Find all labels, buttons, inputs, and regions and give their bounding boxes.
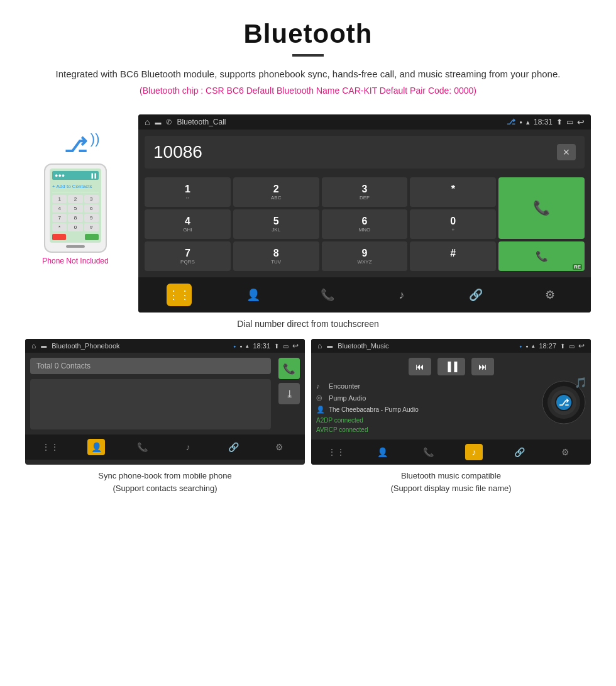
nav-link-icon[interactable]: 🔗	[463, 284, 488, 306]
music-controls: ⏮ ▐▐ ⏭	[316, 358, 586, 375]
phone-key-1: 1	[52, 195, 67, 203]
music-home-icon: ⌂	[317, 341, 322, 350]
phone-call-bar	[52, 234, 99, 240]
dial-key-4[interactable]: 4GHI	[145, 209, 231, 239]
pb-nav-contacts[interactable]: 👤	[87, 439, 105, 455]
dial-key-9[interactable]: 9WXYZ	[322, 241, 408, 271]
page-title: Bluetooth	[25, 19, 591, 49]
dial-key-star[interactable]: *	[410, 177, 496, 207]
dial-key-2[interactable]: 2ABC	[233, 177, 319, 207]
pb-statusbar: ⌂ ▬ Bluetooth_Phonebook ● ● ▴ 18:31 ⬆ ▭ …	[25, 339, 305, 353]
music-track-row: ♪ Encounter	[316, 380, 537, 392]
backspace-button[interactable]: ✕	[557, 144, 576, 160]
music-note-icon: ♪	[316, 382, 325, 390]
phone-key-5: 5	[68, 204, 82, 213]
page-description: Integrated with BC6 Bluetooth module, su…	[25, 67, 591, 82]
dial-redial-button[interactable]: 📞 RE	[498, 241, 585, 271]
phone-home-bar	[66, 245, 85, 248]
dial-call-button[interactable]: 📞	[498, 177, 585, 239]
bluetooth-symbol-icon: ⎇	[64, 134, 87, 157]
music-bottom-bar: ⋮⋮ 👤 📞 ♪ 🔗 ⚙	[311, 440, 591, 465]
main-content: ⎇ )) ●●● ▐▐ + Add to Contacts 1 2 3 4 5 …	[0, 108, 616, 313]
pb-buttons: 📞 ⤓	[278, 358, 300, 429]
dial-key-5[interactable]: 5JKL	[233, 209, 319, 239]
music-play-button[interactable]: ▐▐	[437, 358, 465, 375]
music-panel: ⌂ ▬ Bluetooth_Music ● ● ▴ 18:27 ⬆ ▭ ↩	[311, 339, 591, 499]
title-divider	[292, 54, 324, 57]
pb-call-button[interactable]: 📞	[278, 358, 300, 379]
svg-text:⎇: ⎇	[559, 397, 569, 407]
dial-key-8[interactable]: 8TUV	[233, 241, 319, 271]
music-bt-dot1-icon: ●	[519, 344, 522, 348]
pb-signal-icon: ▴	[246, 343, 249, 349]
music-album-name: Pump Audio	[329, 394, 366, 402]
phone-screen: ●●● ▐▐ + Add to Contacts 1 2 3 4 5 6 7 8…	[50, 169, 101, 243]
dial-key-7[interactable]: 7PQRS	[145, 241, 231, 271]
pb-back-icon: ↩	[292, 341, 299, 350]
phonebook-screen: ⌂ ▬ Bluetooth_Phonebook ● ● ▴ 18:31 ⬆ ▭ …	[25, 339, 305, 465]
pb-expand-icon: ⬆	[274, 343, 279, 350]
music-album-row: ◎ Pump Audio	[316, 392, 537, 404]
music-sim-icon: ▬	[327, 343, 333, 349]
dial-key-1[interactable]: 1◦◦	[145, 177, 231, 207]
pb-nav-music[interactable]: ♪	[179, 439, 197, 455]
page-header: Bluetooth Integrated with BC6 Bluetooth …	[0, 0, 616, 108]
music-a2dp-status: A2DP connected	[316, 416, 537, 425]
phonebook-caption-line1: Sync phone-book from mobile phone	[98, 471, 231, 480]
dial-key-0[interactable]: 0+	[410, 209, 496, 239]
nav-music-icon[interactable]: ♪	[389, 284, 414, 306]
music-screen: ⌂ ▬ Bluetooth_Music ● ● ▴ 18:27 ⬆ ▭ ↩	[311, 339, 591, 465]
music-caption-line2: (Support display music file name)	[390, 484, 511, 493]
pb-home-icon: ⌂	[31, 341, 36, 350]
phone-answer-button	[85, 234, 99, 240]
music-nav-settings[interactable]: ⚙	[557, 444, 575, 460]
phone-mockup: ●●● ▐▐ + Add to Contacts 1 2 3 4 5 6 7 8…	[44, 163, 107, 253]
nav-dialpad-icon[interactable]: ⋮⋮	[167, 284, 192, 306]
pb-nav-link[interactable]: 🔗	[225, 439, 243, 455]
phone-key-star: *	[52, 223, 67, 231]
music-nav-music[interactable]: ♪	[465, 444, 483, 460]
pb-statusbar-title: Bluetooth_Phonebook	[52, 342, 119, 350]
music-back-icon: ↩	[578, 341, 585, 350]
music-nav-call[interactable]: 📞	[419, 444, 437, 460]
pb-nav-call[interactable]: 📞	[133, 439, 151, 455]
music-statusbar-right: ● ● ▴ 18:27 ⬆ ▭ ↩	[519, 341, 585, 350]
dial-key-hash[interactable]: #	[410, 241, 496, 271]
dial-key-3[interactable]: 3DEF	[322, 177, 408, 207]
music-nav-dialpad[interactable]: ⋮⋮	[327, 444, 345, 460]
dial-key-6[interactable]: 6MNO	[322, 209, 408, 239]
pb-statusbar-left: ⌂ ▬ Bluetooth_Phonebook	[31, 341, 120, 350]
dial-input-row: 10086 ✕	[145, 136, 585, 169]
music-nav-contacts[interactable]: 👤	[373, 444, 391, 460]
dial-statusbar-left: ⌂ ▬ ✆ Bluetooth_Call	[145, 117, 226, 127]
statusbar-time: 18:31	[534, 118, 553, 126]
phone-key-hash: #	[84, 223, 99, 231]
dial-statusbar: ⌂ ▬ ✆ Bluetooth_Call ⎇ ● ▴ 18:31 ⬆ ▭ ↩	[138, 114, 591, 130]
car-dial-screen: ⌂ ▬ ✆ Bluetooth_Call ⎇ ● ▴ 18:31 ⬆ ▭ ↩ 1…	[138, 114, 591, 313]
music-statusbar-title: Bluetooth_Music	[338, 342, 388, 350]
nav-settings-icon[interactable]: ⚙	[537, 284, 563, 306]
phone-key-4: 4	[52, 204, 67, 213]
music-next-button[interactable]: ⏭	[471, 358, 494, 375]
phone-end-button	[52, 234, 66, 240]
music-prev-button[interactable]: ⏮	[409, 358, 431, 375]
music-nav-link[interactable]: 🔗	[511, 444, 529, 460]
wifi-status-icon: ▴	[526, 118, 530, 126]
music-bt-dot2-icon: ●	[525, 344, 528, 348]
nav-contacts-icon[interactable]: 👤	[241, 284, 266, 306]
dial-number-display: 10086	[153, 142, 202, 162]
pb-nav-dialpad[interactable]: ⋮⋮	[41, 439, 59, 455]
bluetooth-status-icon: ⎇	[507, 118, 515, 126]
pb-download-button[interactable]: ⤓	[278, 383, 300, 404]
pb-nav-settings[interactable]: ⚙	[271, 439, 289, 455]
phone-add-contacts-label: + Add to Contacts	[52, 182, 99, 191]
dial-caption: Dial number direct from touchscreen	[0, 313, 616, 339]
music-window-icon: ▭	[569, 343, 575, 350]
phone-screen-top: ●●● ▐▐	[52, 171, 99, 180]
phone-key-7: 7	[52, 214, 67, 222]
pb-time: 18:31	[253, 342, 270, 350]
music-caption-line1: Bluetooth music compatible	[401, 471, 501, 480]
nav-call-icon[interactable]: 📞	[315, 284, 340, 306]
music-content: ⏮ ▐▐ ⏭ ♪ Encounter ◎ Pump Audio	[311, 353, 591, 440]
pb-search-bar[interactable]: Total 0 Contacts	[30, 358, 271, 374]
